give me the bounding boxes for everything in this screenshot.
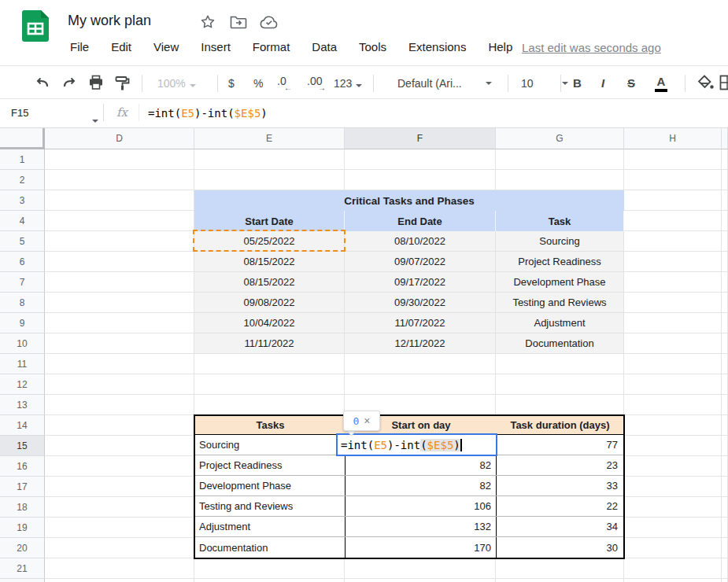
- row-header-13[interactable]: 13: [0, 395, 45, 415]
- cell[interactable]: 11/07/2022: [345, 313, 496, 333]
- cell[interactable]: [722, 149, 728, 170]
- cell[interactable]: [45, 497, 194, 518]
- cell[interactable]: [45, 415, 194, 436]
- row-header-partial[interactable]: [0, 579, 45, 582]
- menu-item-insert[interactable]: Insert: [198, 39, 233, 55]
- cell[interactable]: [45, 231, 194, 252]
- name-box[interactable]: F15: [11, 107, 28, 119]
- cell[interactable]: [45, 211, 194, 231]
- cloud-saved-icon[interactable]: [260, 16, 279, 29]
- cell[interactable]: [722, 354, 728, 374]
- cell[interactable]: Testing and Reviews: [195, 496, 346, 517]
- cell[interactable]: Documentation: [496, 333, 624, 354]
- zoom-select[interactable]: 100%: [157, 77, 196, 90]
- cell[interactable]: 09/08/2022: [194, 293, 345, 313]
- font-size-select[interactable]: 10: [521, 77, 568, 90]
- column-header-G[interactable]: G: [496, 128, 624, 149]
- row-header-2[interactable]: 2: [0, 170, 45, 190]
- row-header-10[interactable]: 10: [0, 333, 45, 354]
- format-percent-button[interactable]: %: [253, 77, 263, 90]
- cell[interactable]: Sourcing: [496, 231, 624, 252]
- cell[interactable]: 08/10/2022: [345, 231, 496, 252]
- row-header-18[interactable]: 18: [0, 497, 45, 518]
- cell[interactable]: Project Readiness: [496, 252, 624, 272]
- cell[interactable]: [624, 170, 722, 190]
- cell[interactable]: [624, 149, 722, 170]
- cell[interactable]: Adjustment: [195, 517, 346, 537]
- menu-item-format[interactable]: Format: [250, 39, 293, 55]
- cell[interactable]: 170: [346, 537, 497, 558]
- cell[interactable]: [194, 579, 345, 582]
- cell[interactable]: [45, 313, 194, 333]
- column-header-F[interactable]: F: [345, 128, 496, 149]
- decrease-decimal-button[interactable]: .0←: [277, 75, 296, 92]
- cell[interactable]: [722, 272, 728, 293]
- cell[interactable]: [624, 190, 722, 211]
- menu-item-edit[interactable]: Edit: [109, 39, 134, 55]
- star-icon[interactable]: [200, 14, 216, 30]
- cell[interactable]: [722, 313, 728, 333]
- cell[interactable]: [722, 436, 728, 456]
- row-header-1[interactable]: 1: [0, 149, 45, 170]
- cell[interactable]: [624, 579, 722, 582]
- column-header-E[interactable]: E: [194, 128, 345, 149]
- print-button[interactable]: [88, 75, 104, 90]
- cell[interactable]: [496, 170, 624, 190]
- cell[interactable]: 22: [497, 496, 623, 517]
- cell[interactable]: 23: [497, 455, 623, 476]
- cell[interactable]: 82: [346, 476, 497, 496]
- row-header-8[interactable]: 8: [0, 293, 45, 313]
- cell[interactable]: 11/11/2022: [194, 333, 345, 354]
- cell[interactable]: [496, 354, 624, 374]
- row-header-20[interactable]: 20: [0, 538, 45, 558]
- cell[interactable]: [624, 518, 722, 538]
- cell[interactable]: [722, 518, 728, 538]
- row-header-19[interactable]: 19: [0, 518, 45, 538]
- cell[interactable]: [194, 170, 345, 190]
- cell[interactable]: [345, 374, 496, 395]
- cell[interactable]: [624, 477, 722, 497]
- cell[interactable]: [496, 374, 624, 395]
- cell[interactable]: [624, 231, 722, 252]
- column-header-H[interactable]: H: [624, 128, 722, 149]
- row-header-17[interactable]: 17: [0, 477, 45, 497]
- cell[interactable]: [496, 149, 624, 170]
- cell[interactable]: [722, 538, 728, 558]
- cell[interactable]: [624, 272, 722, 293]
- italic-button[interactable]: I: [601, 76, 604, 90]
- cell[interactable]: [45, 293, 194, 313]
- cell[interactable]: [722, 252, 728, 272]
- cell[interactable]: [345, 558, 496, 579]
- cell[interactable]: Sourcing: [195, 435, 346, 455]
- cell[interactable]: 09/30/2022: [345, 293, 496, 313]
- paint-format-button[interactable]: [115, 76, 131, 91]
- row-header-14[interactable]: 14: [0, 415, 45, 436]
- row-header-7[interactable]: 7: [0, 272, 45, 293]
- cell[interactable]: 34: [497, 517, 623, 537]
- borders-button[interactable]: [719, 75, 728, 90]
- row-header-15[interactable]: 15: [0, 436, 45, 456]
- row-header-11[interactable]: 11: [0, 354, 45, 374]
- cell[interactable]: 09/07/2022: [345, 252, 496, 272]
- cell[interactable]: 82: [346, 455, 497, 476]
- cell[interactable]: [722, 231, 728, 252]
- cell[interactable]: [722, 456, 728, 477]
- cell[interactable]: [722, 374, 728, 395]
- text-color-button[interactable]: A: [655, 75, 667, 92]
- menu-item-data[interactable]: Data: [309, 39, 339, 55]
- cell[interactable]: [45, 538, 194, 558]
- cell[interactable]: [722, 395, 728, 415]
- cell[interactable]: 10/04/2022: [194, 313, 345, 333]
- cell[interactable]: [624, 374, 722, 395]
- cell[interactable]: [722, 579, 728, 582]
- cell[interactable]: [496, 558, 624, 579]
- strikethrough-button[interactable]: S: [627, 76, 635, 90]
- row-header-3[interactable]: 3: [0, 190, 45, 211]
- cell[interactable]: [722, 211, 728, 231]
- cell[interactable]: [496, 579, 624, 582]
- menu-item-extensions[interactable]: Extensions: [406, 39, 468, 55]
- cell[interactable]: [45, 395, 194, 415]
- cell[interactable]: [624, 252, 722, 272]
- cell[interactable]: Project Readiness: [195, 455, 346, 476]
- cell[interactable]: [45, 190, 194, 211]
